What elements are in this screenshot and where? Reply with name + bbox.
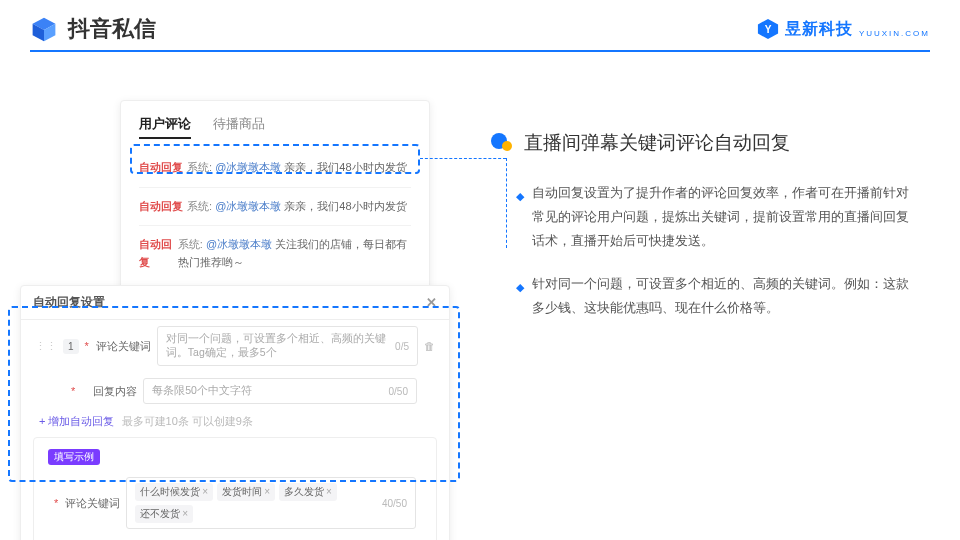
brand-logo: Y 昱新科技 YUUXIN.COM (757, 18, 930, 40)
header-bar: 抖音私信 Y 昱新科技 YUUXIN.COM (0, 0, 960, 50)
bullet-text: 自动回复设置为了提升作者的评论回复效率，作者可在开播前针对常见的评论用户问题，提… (532, 182, 920, 253)
diamond-icon: ◆ (516, 186, 524, 253)
chip[interactable]: 多久发货× (279, 483, 337, 501)
comment-row: 自动回复 系统: @冰墩墩本墩 亲亲，我们48小时内发货 (139, 188, 411, 227)
right-heading: 直播间弹幕关键词评论自动回复 (524, 130, 790, 156)
chip[interactable]: 还不发货× (135, 505, 193, 523)
screenshot-composite: 用户评论 待播商品 自动回复 系统: @冰墩墩本墩 亲亲，我们48小时内发货 自… (60, 100, 470, 510)
right-heading-row: 直播间弹幕关键词评论自动回复 (490, 130, 920, 156)
svg-text:Y: Y (765, 24, 772, 35)
brand-name: 昱新科技 (785, 19, 853, 40)
tab-pending-goods[interactable]: 待播商品 (213, 115, 265, 139)
highlight-first-row (130, 144, 420, 174)
chip-list: 什么时候发货× 发货时间× 多久发货× 还不发货× (135, 483, 382, 523)
comment-row: 自动回复 系统: @冰墩墩本墩 关注我们的店铺，每日都有热门推荐哟～ (139, 226, 411, 281)
tab-user-comments[interactable]: 用户评论 (139, 115, 191, 139)
page-title: 抖音私信 (68, 14, 156, 44)
auto-reply-tag: 自动回复 (139, 198, 183, 216)
diamond-icon: ◆ (516, 277, 524, 321)
right-panel: 直播间弹幕关键词评论自动回复 ◆ 自动回复设置为了提升作者的评论回复效率，作者可… (490, 130, 920, 341)
example-keyword-label: 评论关键词 (64, 496, 120, 511)
chip[interactable]: 什么时候发货× (135, 483, 213, 501)
system-label: 系统: (178, 238, 203, 250)
bullet-text: 针对同一个问题，可设置多个相近的、高频的关键词。例如：这款多少钱、这块能优惠吗、… (532, 273, 920, 321)
bullet-item: ◆ 自动回复设置为了提升作者的评论回复效率，作者可在开播前针对常见的评论用户问题… (490, 182, 920, 253)
brand-subtitle: YUUXIN.COM (859, 29, 930, 38)
title-block: 抖音私信 (30, 14, 156, 44)
mention: @冰墩墩本墩 (206, 238, 272, 250)
required-marker: * (54, 497, 58, 509)
header-divider (30, 50, 930, 52)
svg-point-6 (502, 141, 512, 151)
example-keyword-counter: 40/50 (382, 498, 407, 509)
comments-card: 用户评论 待播商品 自动回复 系统: @冰墩墩本墩 亲亲，我们48小时内发货 自… (120, 100, 430, 296)
chip[interactable]: 发货时间× (217, 483, 275, 501)
auto-reply-tag: 自动回复 (139, 236, 174, 271)
comments-tabs: 用户评论 待播商品 (139, 115, 411, 139)
example-keyword-input[interactable]: 什么时候发货× 发货时间× 多久发货× 还不发货× 40/50 (126, 477, 416, 529)
system-label: 系统: (187, 200, 212, 212)
highlight-settings (8, 306, 460, 482)
brand-icon: Y (757, 18, 779, 40)
comment-text: 亲亲，我们48小时内发货 (284, 200, 406, 212)
mention: @冰墩墩本墩 (215, 200, 281, 212)
chat-bubble-icon (490, 131, 514, 155)
example-content-row: * 回复内容 亲，我们这边都是下单48小时内发货的哦～ 37/50 (40, 535, 430, 540)
cube-icon (30, 15, 58, 43)
bullet-item: ◆ 针对同一个问题，可设置多个相近的、高频的关键词。例如：这款多少钱、这块能优惠… (490, 273, 920, 321)
